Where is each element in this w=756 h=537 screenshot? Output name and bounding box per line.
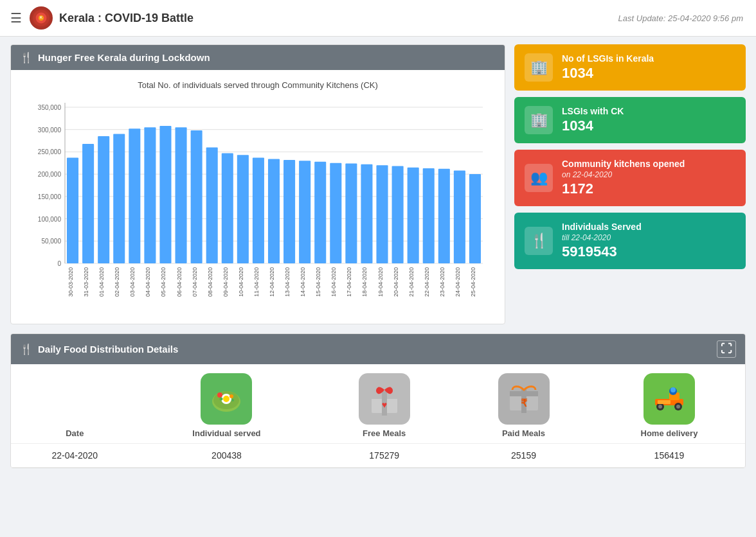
svg-text:15-04-2020: 15-04-2020 — [315, 267, 321, 297]
svg-text:350,000: 350,000 — [38, 104, 62, 111]
people-icon: 👥 — [525, 164, 553, 192]
svg-text:50,000: 50,000 — [41, 238, 61, 245]
svg-rect-32 — [159, 126, 171, 263]
food-distribution-header: 🍴 Daily Food Distribution Details ⛶ — [11, 334, 745, 364]
svg-text:31-03-2020: 31-03-2020 — [83, 267, 89, 297]
bar-chart: 050,000100,000150,000200,000250,000300,0… — [19, 96, 497, 315]
svg-text:22-04-2020: 22-04-2020 — [424, 267, 430, 297]
svg-text:100,000: 100,000 — [38, 216, 62, 223]
cell-paid_meals: 25159 — [454, 444, 593, 468]
svg-rect-40 — [222, 153, 233, 263]
main-content: 🍴 Hunger Free Kerala during Lockdown Tot… — [0, 37, 756, 476]
stat-label-lsgi-ck: LSGIs with CK — [562, 106, 735, 116]
svg-text:10-04-2020: 10-04-2020 — [238, 267, 244, 297]
last-update: Last Update: 25-04-2020 9:56 pm — [618, 13, 743, 23]
svg-rect-72 — [469, 174, 481, 263]
svg-text:18-04-2020: 18-04-2020 — [361, 267, 368, 297]
cell-home_delivery: 156419 — [593, 444, 745, 468]
stat-sublabel-community-kitchens: on 22-04-2020 — [562, 170, 735, 179]
svg-rect-54 — [330, 163, 341, 263]
food-table-body: 22-04-202020043817527925159156419 — [11, 444, 745, 468]
svg-rect-28 — [129, 128, 140, 263]
svg-rect-50 — [299, 161, 310, 263]
stat-value-community-kitchens: 1172 — [562, 180, 735, 197]
svg-text:04-04-2020: 04-04-2020 — [145, 267, 151, 297]
svg-point-95 — [676, 405, 680, 409]
paid-meals-col-label: Paid Meals — [502, 428, 545, 438]
paid-meals-icon: ₹ — [498, 373, 550, 425]
svg-text:14-04-2020: 14-04-2020 — [300, 267, 306, 297]
svg-rect-66 — [423, 168, 435, 263]
svg-text:300,000: 300,000 — [38, 127, 62, 134]
free-meals-col-label: Free Meals — [363, 428, 406, 438]
svg-point-82 — [231, 399, 234, 401]
svg-rect-38 — [206, 147, 218, 263]
home-delivery-icon — [644, 373, 695, 425]
stat-label-individuals-served: Individuals Served — [562, 222, 735, 232]
cell-individual_served: 200438 — [139, 444, 315, 468]
menu-icon[interactable]: ☰ — [10, 10, 22, 26]
svg-rect-42 — [237, 155, 249, 263]
col-individual-served: Individual served — [139, 364, 315, 444]
food-distribution-title: Daily Food Distribution Details — [38, 344, 178, 355]
svg-text:250,000: 250,000 — [38, 148, 62, 155]
svg-text:03-04-2020: 03-04-2020 — [129, 267, 136, 297]
individual-served-col-label: Individual served — [192, 428, 260, 438]
food-table: Date — [11, 364, 745, 468]
svg-rect-68 — [438, 169, 450, 263]
stat-card-individuals-served: 🍴 Individuals Served till 22-04-2020 591… — [514, 213, 746, 269]
svg-rect-20 — [67, 157, 78, 263]
svg-rect-22 — [82, 144, 94, 263]
svg-text:23-04-2020: 23-04-2020 — [439, 267, 446, 297]
chart-panel-title: Hunger Free Kerala during Lockdown — [38, 52, 210, 63]
svg-text:13-04-2020: 13-04-2020 — [284, 267, 291, 297]
chart-area: Total No. of individuals served through … — [11, 70, 505, 324]
stat-label-lsgi-kerala: No of LSGIs in Kerala — [562, 53, 735, 64]
svg-point-81 — [220, 398, 223, 401]
building-icon: 🏢 — [525, 53, 553, 82]
col-home-delivery: Home delivery — [593, 364, 745, 444]
svg-rect-70 — [454, 171, 465, 263]
col-paid-meals: ₹ Paid Meals — [454, 364, 593, 444]
stat-label-community-kitchens: Community kitchens opened — [562, 159, 735, 169]
free-meals-icon: ♥ — [359, 373, 410, 425]
building2-icon: 🏢 — [525, 106, 553, 134]
stat-cards: 🏢 No of LSGIs in Kerala 1034 🏢 LSGIs wit… — [514, 44, 746, 324]
table-header-row: Date — [11, 364, 745, 444]
svg-text:12-04-2020: 12-04-2020 — [269, 267, 275, 297]
expand-icon[interactable]: ⛶ — [717, 340, 736, 358]
svg-rect-52 — [314, 162, 326, 263]
svg-rect-99 — [658, 400, 670, 404]
svg-text:02-04-2020: 02-04-2020 — [114, 267, 120, 297]
svg-text:17-04-2020: 17-04-2020 — [346, 267, 352, 297]
logo-icon: K — [30, 6, 53, 30]
col-free-meals: ♥ Free Meals — [314, 364, 454, 444]
svg-text:08-04-2020: 08-04-2020 — [207, 267, 213, 297]
svg-rect-36 — [191, 130, 203, 263]
stat-info-lsgi-ck: LSGIs with CK 1034 — [562, 106, 735, 134]
svg-point-93 — [658, 405, 662, 409]
cell-free_meals: 175279 — [314, 444, 454, 468]
svg-text:0: 0 — [57, 260, 61, 267]
food-distribution-panel: 🍴 Daily Food Distribution Details ⛶ Date — [10, 333, 746, 468]
svg-text:200,000: 200,000 — [38, 171, 62, 178]
svg-text:07-04-2020: 07-04-2020 — [192, 267, 198, 297]
svg-rect-34 — [176, 127, 187, 263]
svg-text:150,000: 150,000 — [38, 193, 62, 200]
svg-text:24-04-2020: 24-04-2020 — [455, 267, 461, 297]
svg-text:05-04-2020: 05-04-2020 — [160, 267, 166, 297]
svg-text:30-03-2020: 30-03-2020 — [68, 267, 74, 297]
top-section: 🍴 Hunger Free Kerala during Lockdown Tot… — [10, 44, 746, 324]
home-delivery-col-label: Home delivery — [641, 428, 698, 438]
stat-info-lsgi-kerala: No of LSGIs in Kerala 1034 — [562, 53, 735, 82]
svg-text:16-04-2020: 16-04-2020 — [330, 267, 337, 297]
stat-sublabel-individuals-served: till 22-04-2020 — [562, 233, 735, 242]
stat-info-community-kitchens: Community kitchens opened on 22-04-2020 … — [562, 159, 735, 197]
svg-rect-24 — [98, 136, 109, 263]
svg-text:06-04-2020: 06-04-2020 — [176, 267, 183, 297]
svg-rect-30 — [144, 127, 156, 263]
individual-served-icon — [201, 373, 252, 425]
date-col-label: Date — [66, 428, 84, 438]
stat-info-individuals-served: Individuals Served till 22-04-2020 59195… — [562, 222, 735, 260]
svg-rect-48 — [284, 160, 295, 263]
